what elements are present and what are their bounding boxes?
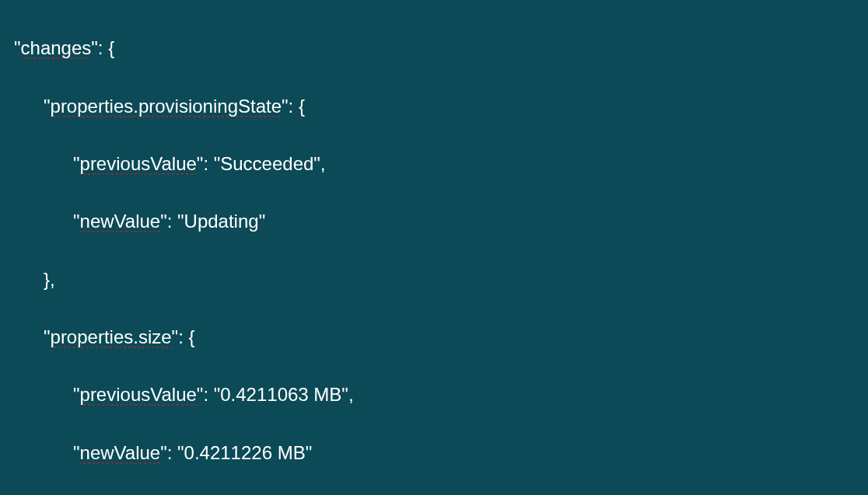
code-line: }, bbox=[0, 265, 868, 294]
json-value: Updating bbox=[184, 211, 259, 232]
code-line: "changes": { bbox=[0, 33, 868, 62]
json-code-block: "changes": { "properties.provisioningSta… bbox=[0, 0, 868, 495]
json-key: previousValue bbox=[80, 153, 197, 176]
json-value: Succeeded bbox=[220, 153, 313, 174]
code-line: "newValue": "Updating" bbox=[0, 207, 868, 235]
code-line: "previousValue": "0.4211063 MB", bbox=[0, 380, 868, 409]
code-line: "newValue": "0.4211226 MB" bbox=[0, 438, 868, 467]
code-line: "previousValue": "Succeeded", bbox=[0, 149, 868, 178]
json-value: 0.4211226 MB bbox=[184, 442, 306, 463]
json-key: changes bbox=[21, 37, 92, 60]
code-line: "properties.size": { bbox=[0, 322, 868, 351]
json-key: previousValue bbox=[80, 384, 197, 406]
code-line: "properties.provisioningState": { bbox=[0, 92, 868, 120]
json-key: properties.provisioningState bbox=[51, 96, 282, 118]
json-key: newValue bbox=[80, 211, 161, 233]
json-key: properties.size bbox=[51, 326, 172, 349]
json-value: 0.4211063 MB bbox=[220, 384, 341, 405]
json-key: newValue bbox=[80, 442, 161, 465]
